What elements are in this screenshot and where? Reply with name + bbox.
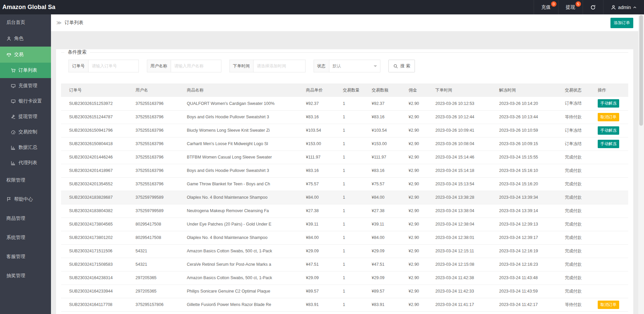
cell-quantity: 1 [335,124,364,137]
cell-product-name: Philips Sonicare Genuine C2 Optimal Plaq… [179,285,298,298]
app-logo: Amazon Global Sales... [0,0,55,14]
sidebar-item-agent-list[interactable]: 代理列表 [0,155,51,171]
cell-username: 54321 [127,258,179,271]
cell-order-time: 2023-03-26 10:12:44 [427,110,491,124]
cell-trade-status: 订单冻结 [557,137,590,150]
username-input[interactable] [171,60,221,72]
cell-order-no: SUB230324160340881 [61,311,127,314]
cell-product-name: CeraVe Retinol Serum for Post-Acne Marks… [179,258,298,271]
sidebar-item-dashboard[interactable]: 后台首页 [0,14,51,30]
order-time-input[interactable] [254,60,306,72]
search-button[interactable]: 搜 索 [388,60,415,72]
cell-quantity: 1 [335,110,364,124]
order-no-input[interactable] [89,60,139,72]
cell-order-time: 2023-03-24 12:15:08 [427,258,491,271]
cell-username: 375255163796 [127,177,179,191]
cell-unit-price: ¥83.16 [298,164,335,177]
cell-product-name: Olaplex No. 4 Bond Maintenance Shampoo [179,191,298,204]
cell-unit-price: ¥84.00 [298,191,335,204]
cell-username: 375295157806 [127,298,179,311]
cell-order-time: 2023-03-24 12:15:11 [427,244,491,258]
cell-product-name: QUALFORT Women's Cardigan Sweater 100% [179,97,298,110]
sidebar-item-withdraw-management[interactable]: 提现管理 [0,109,51,124]
unfreeze-button[interactable]: 手动解冻 [598,140,619,148]
cancel-order-button[interactable]: 取消订单 [598,113,619,121]
cell-amount: ¥39.11 [364,217,400,231]
status-select[interactable]: 默认 [329,60,380,72]
cell-unfreeze-time: 2023-03-26 10:14:20 [491,97,557,110]
cell-trade-status: 完成付款 [557,231,590,244]
cell-action [590,177,628,191]
cell-order-no: SUB230324183804382 [61,204,127,217]
sidebar-item-product-management[interactable]: 商品管理 [0,209,51,228]
cell-action [590,311,628,314]
sidebar-item-permission-management[interactable]: 权限管理 [0,171,51,190]
cell-action [590,204,628,217]
vertical-scrollbar[interactable] [638,14,644,314]
cell-username: 80295417508 [127,231,179,244]
sidebar-item-roles[interactable]: 角色 [0,30,51,47]
cell-unfreeze-time: 2023-03-24 15:16:20 [491,177,557,191]
username-filter-group: 用户名称 [147,60,221,72]
sidebar-item-trade-control[interactable]: 交易控制 [0,124,51,140]
cell-commission: ¥2.90 [400,124,427,137]
cell-commission: ¥2.90 [400,311,427,314]
unfreeze-button[interactable]: 手动解冻 [598,126,619,135]
sidebar-item-help-center[interactable]: 帮助中心 [0,190,51,209]
table-row: SUB23032417380456580295417508Under Eye P… [61,217,628,231]
table-row: SUB230324183804382375259799589Neutrogena… [61,204,628,217]
sidebar-item-customer-service[interactable]: 客服管理 [0,247,51,266]
cell-amount: ¥83.91 [364,298,400,311]
cell-quantity: 1 [335,97,364,110]
cell-unfreeze-time: 2023-03-24 12:16:19 [491,244,557,258]
cell-unfreeze-time: 2023-03-26 10:13:44 [491,110,557,124]
sidebar-item-order-list[interactable]: 订单列表 [0,63,51,78]
add-order-button[interactable]: 添加订单 [610,18,633,28]
recharge-badge: 0 [551,1,556,7]
refresh-button[interactable] [583,0,603,14]
cell-order-time: 2023-03-26 10:08:04 [427,137,491,150]
sidebar-item-bank-card-settings[interactable]: 银行卡设置 [0,93,51,109]
sidebar-item-label: 抽奖管理 [6,273,25,279]
cell-order-no: SUB230324173801202 [61,231,127,244]
scales-icon [6,52,11,57]
withdraw-menu-item[interactable]: 提现 5 [558,0,583,14]
table-header-row: 订单号用户名商品名称商品单价交易数量交易数额佣金下单时间解冻时间交易状态操作 [61,83,628,97]
cell-username: 375255163796 [127,150,179,164]
cell-trade-status: 完成付款 [557,204,590,217]
sidebar-item-label: 交易控制 [18,129,37,135]
scrollbar-thumb[interactable] [639,15,643,126]
sidebar-item-lottery-management[interactable]: 抽奖管理 [0,266,51,285]
cell-commission: ¥2.90 [400,258,427,271]
user-menu[interactable]: admin [603,0,644,14]
sidebar-item-label: 商品管理 [6,215,25,222]
sidebar-item-trade[interactable]: 交易 [0,47,51,63]
page-title: 订单列表 [65,20,84,26]
sidebar-item-data-summary[interactable]: 数据汇总 [0,140,51,155]
cell-order-time: 2023-03-26 10:12:53 [427,97,491,110]
monitor-icon [11,99,16,104]
recharge-menu-item[interactable]: 充值 0 [534,0,558,14]
cancel-order-button[interactable]: 取消订单 [598,301,619,309]
unfreeze-button[interactable]: 手动解冻 [598,99,619,108]
cell-trade-status: 订单冻结 [557,124,590,137]
order-list-card: 条件搜索 订单号 用户名称 下单时间 状态 默认 [56,49,633,314]
sidebar-item-label: 代理列表 [18,160,37,166]
sidebar-item-system-management[interactable]: 系统管理 [0,228,51,247]
username-filter-label: 用户名称 [147,60,171,72]
cell-quantity: 1 [335,204,364,217]
cell-order-time: 2023-03-24 15:14:18 [427,164,491,177]
sidebar-item-recharge-management[interactable]: 充值管理 [0,78,51,93]
cell-trade-status: 等待付款 [557,110,590,124]
cell-username: 375259799589 [127,191,179,204]
cell-trade-status: 完成付款 [557,191,590,204]
cell-order-no: SUB230324164117708 [61,298,127,311]
cell-unit-price: ¥92.37 [298,97,335,110]
table-row: SUB230326150941796375255163796Biucly Wom… [61,124,628,137]
cell-unfreeze-time: 2023-03-24 11:43:59 [491,285,557,298]
cell-unit-price: ¥89.57 [298,285,335,298]
table-body: SUB230326151253972375255163796QUALFORT W… [61,97,628,314]
cell-order-no: SUB230326150804418 [61,137,127,150]
cell-action [590,285,628,298]
refresh-icon [590,5,596,10]
